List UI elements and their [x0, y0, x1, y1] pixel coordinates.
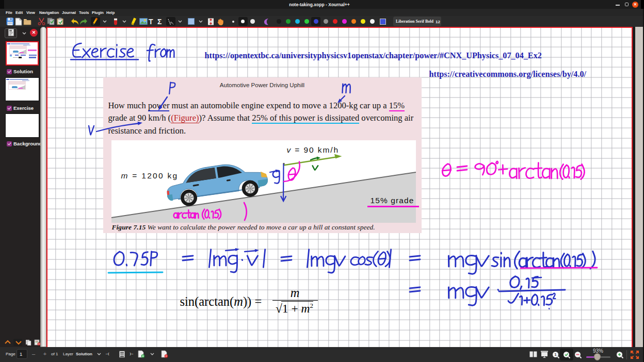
svg-text:1: 1 [555, 353, 557, 356]
